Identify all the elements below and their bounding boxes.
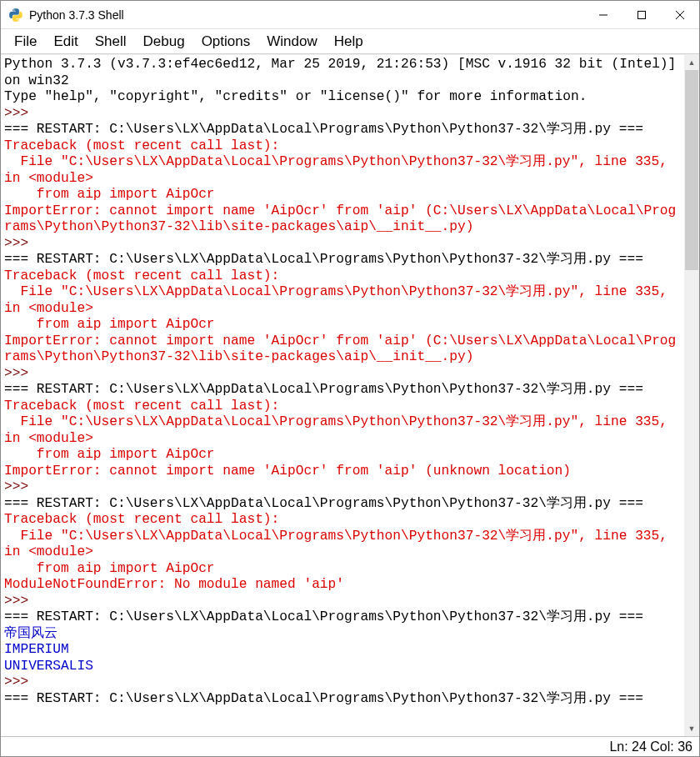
stdout-line: IMPERIUM <box>4 642 69 657</box>
banner-line: Type "help", "copyright", "credits" or "… <box>4 89 587 104</box>
traceback-header: Traceback (most recent call last): <box>4 399 279 414</box>
statusbar: Ln: 24 Col: 36 <box>1 736 699 756</box>
restart-line: === RESTART: C:\Users\LX\AppData\Local\P… <box>4 691 643 706</box>
restart-line: === RESTART: C:\Users\LX\AppData\Local\P… <box>4 252 643 267</box>
prompt: >>> <box>4 594 28 609</box>
scroll-down-arrow[interactable]: ▼ <box>684 721 699 736</box>
menubar: File Edit Shell Debug Options Window Hel… <box>1 29 699 54</box>
close-button[interactable] <box>661 2 699 28</box>
traceback-file: File "C:\Users\LX\AppData\Local\Programs… <box>4 284 676 316</box>
prompt: >>> <box>4 366 28 381</box>
menu-shell[interactable]: Shell <box>87 32 135 52</box>
cursor-position: Ln: 24 Col: 36 <box>609 739 692 754</box>
menu-options[interactable]: Options <box>193 32 259 52</box>
prompt: >>> <box>4 106 28 121</box>
prompt: >>> <box>4 674 28 689</box>
minimize-button[interactable] <box>584 2 622 28</box>
traceback-header: Traceback (most recent call last): <box>4 512 279 527</box>
menu-debug[interactable]: Debug <box>135 32 193 52</box>
stdout-line: 帝国风云 <box>4 626 58 641</box>
menu-file[interactable]: File <box>6 32 45 52</box>
python-icon <box>8 7 24 23</box>
window-title: Python 3.7.3 Shell <box>29 8 584 22</box>
vertical-scrollbar[interactable]: ▲ ▼ <box>684 55 699 736</box>
traceback-file: File "C:\Users\LX\AppData\Local\Programs… <box>4 529 676 560</box>
prompt: >>> <box>4 479 28 494</box>
traceback-file: File "C:\Users\LX\AppData\Local\Programs… <box>4 154 676 186</box>
shell-output[interactable]: Python 3.7.3 (v3.7.3:ef4ec6ed12, Mar 25 … <box>1 55 684 736</box>
stdout-line: UNIVERSALIS <box>4 659 93 674</box>
titlebar: Python 3.7.3 Shell <box>1 1 699 29</box>
scroll-thumb[interactable] <box>685 70 698 270</box>
traceback-source: from aip import AipOcr <box>4 187 215 202</box>
traceback-source: from aip import AipOcr <box>4 447 215 462</box>
restart-line: === RESTART: C:\Users\LX\AppData\Local\P… <box>4 496 643 511</box>
error-line: ImportError: cannot import name 'AipOcr'… <box>4 333 676 365</box>
error-line: ImportError: cannot import name 'AipOcr'… <box>4 203 676 235</box>
maximize-button[interactable] <box>622 2 661 28</box>
menu-help[interactable]: Help <box>326 32 372 52</box>
restart-line: === RESTART: C:\Users\LX\AppData\Local\P… <box>4 122 643 137</box>
menu-edit[interactable]: Edit <box>45 32 86 52</box>
traceback-header: Traceback (most recent call last): <box>4 268 279 283</box>
menu-window[interactable]: Window <box>258 32 325 52</box>
traceback-source: from aip import AipOcr <box>4 317 215 332</box>
restart-line: === RESTART: C:\Users\LX\AppData\Local\P… <box>4 609 643 624</box>
traceback-file: File "C:\Users\LX\AppData\Local\Programs… <box>4 414 676 446</box>
error-line: ModuleNotFoundError: No module named 'ai… <box>4 577 344 592</box>
svg-rect-1 <box>638 11 646 18</box>
traceback-source: from aip import AipOcr <box>4 561 215 576</box>
banner-line: Python 3.7.3 (v3.7.3:ef4ec6ed12, Mar 25 … <box>4 57 684 88</box>
scroll-up-arrow[interactable]: ▲ <box>684 55 699 70</box>
prompt: >>> <box>4 236 28 251</box>
traceback-header: Traceback (most recent call last): <box>4 138 279 153</box>
restart-line: === RESTART: C:\Users\LX\AppData\Local\P… <box>4 382 643 397</box>
error-line: ImportError: cannot import name 'AipOcr'… <box>4 464 571 479</box>
